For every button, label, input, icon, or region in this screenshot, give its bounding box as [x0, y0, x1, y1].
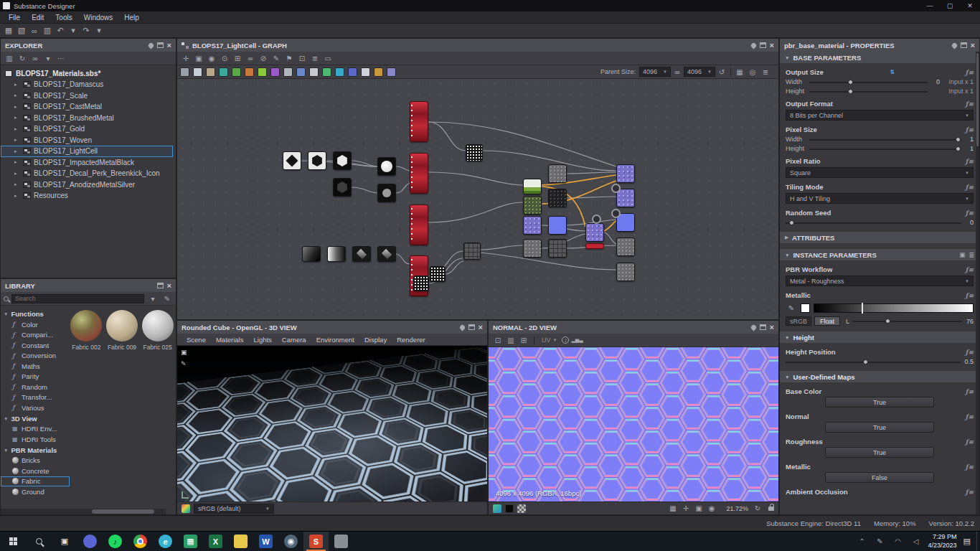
- graph-node-speckle[interactable]: [466, 144, 483, 161]
- substance-designer-icon[interactable]: S: [303, 532, 329, 551]
- library-item[interactable]: Concrete: [1, 466, 70, 476]
- frame-select-icon[interactable]: ▭: [322, 53, 334, 64]
- graph-node-shape-hex-white[interactable]: [333, 151, 352, 170]
- chevron-right-icon[interactable]: ▸: [14, 182, 20, 187]
- save-icon[interactable]: ▥: [42, 25, 53, 36]
- minimize-button[interactable]: —: [920, 0, 940, 11]
- atomic-node-icon-10[interactable]: [296, 67, 306, 77]
- checker-icon[interactable]: [517, 504, 526, 513]
- color-swatch[interactable]: [801, 303, 810, 313]
- function-icon[interactable]: ƒ≡: [966, 266, 974, 273]
- word-icon[interactable]: W: [253, 532, 278, 551]
- section-base-parameters[interactable]: ▼ BASE PARAMETERS: [780, 52, 979, 63]
- atomic-node-icon-16[interactable]: [374, 67, 383, 77]
- view3d-menu-item[interactable]: Environment: [311, 334, 359, 345]
- menu-item[interactable]: File: [3, 11, 26, 23]
- function-icon[interactable]: ƒ≡: [966, 413, 974, 420]
- reset-size-icon[interactable]: ↺: [716, 67, 727, 77]
- function-icon[interactable]: ƒ≡: [966, 489, 974, 496]
- vertical-scrollbar[interactable]: [976, 52, 979, 514]
- graph-node-speckle[interactable]: [430, 266, 446, 282]
- output-size-width-value[interactable]: 0: [931, 78, 940, 85]
- export-icon[interactable]: ⊡: [492, 335, 504, 346]
- graph-node-red[interactable]: [410, 101, 428, 142]
- graph-node-grad-diamond[interactable]: [352, 246, 371, 262]
- taskbar-search-button[interactable]: [26, 532, 52, 551]
- library-item[interactable]: Fabric: [1, 476, 70, 487]
- section-user-defined-maps[interactable]: ▼ User-Defined Maps: [780, 371, 979, 382]
- action-center-icon[interactable]: ▤: [963, 537, 971, 546]
- chevron-right-icon[interactable]: ▸: [14, 93, 20, 98]
- chevron-right-icon[interactable]: ▸: [14, 126, 20, 132]
- graph-node-green-tex[interactable]: [523, 196, 542, 215]
- chevron-right-icon[interactable]: ▸: [14, 137, 20, 143]
- close-panel-icon[interactable]: ×: [971, 42, 975, 50]
- package-row[interactable]: BLOPS17_Materials.sbs*: [1, 67, 176, 79]
- atomic-node-icon-2[interactable]: [193, 67, 202, 77]
- library-item[interactable]: ƒ Maths: [1, 361, 70, 372]
- excel-icon[interactable]: X: [203, 532, 228, 551]
- uv-dropdown[interactable]: UV▼: [539, 336, 560, 344]
- section-attributes[interactable]: ▶ ATTRIBUTES: [780, 232, 979, 243]
- view3d-menu-item[interactable]: Lights: [248, 334, 276, 345]
- float-icon[interactable]: [468, 324, 475, 330]
- frame-icon[interactable]: ▣: [193, 53, 204, 64]
- edge-icon[interactable]: e: [153, 532, 178, 551]
- map-toggle-button[interactable]: True: [825, 397, 934, 408]
- float-icon[interactable]: [760, 42, 766, 48]
- search-input[interactable]: [11, 294, 144, 303]
- pixel-size-width-slider[interactable]: [809, 136, 961, 143]
- explorer-item[interactable]: ▸ BLOPS17_LightCell: [1, 146, 173, 157]
- wire-connector-dot[interactable]: [592, 215, 601, 224]
- pin-icon[interactable]: [147, 42, 154, 49]
- explorer-item[interactable]: ▸ BLOPS17_BrushedMetal: [1, 113, 173, 124]
- function-icon[interactable]: ƒ≡: [966, 100, 974, 108]
- unlink-icon[interactable]: ⊘: [258, 53, 269, 64]
- library-item[interactable]: ƒ Color: [1, 319, 70, 330]
- atomic-node-icon-12[interactable]: [322, 67, 331, 77]
- graph-node-grad-wb[interactable]: [327, 246, 346, 262]
- graph-node-gray-tex[interactable]: [548, 164, 567, 183]
- parent-size-width-dropdown[interactable]: 4096▼: [639, 67, 671, 77]
- chevron-right-icon[interactable]: ▸: [14, 171, 20, 176]
- pixel-ratio-dropdown[interactable]: Square▼: [786, 167, 974, 178]
- background-icon[interactable]: [505, 504, 514, 513]
- chevron-right-icon[interactable]: ▸: [14, 149, 20, 154]
- flag-icon[interactable]: ⚑: [283, 53, 295, 64]
- link-icon[interactable]: ∞: [29, 53, 41, 64]
- explorer-item[interactable]: ▸ BLOPS17_Woven: [1, 135, 173, 146]
- grid-icon[interactable]: ▦: [734, 67, 745, 77]
- filter-icon[interactable]: ▾: [147, 293, 159, 304]
- graph-node-red-bar[interactable]: [585, 243, 604, 249]
- engine-icon[interactable]: ◎: [747, 67, 758, 77]
- output-size-width-slider[interactable]: [809, 79, 928, 85]
- chevron-right-icon[interactable]: ▸: [14, 115, 20, 121]
- redo-caret-icon[interactable]: ▾: [93, 25, 105, 36]
- atomic-node-icon-6[interactable]: [245, 67, 254, 77]
- map-toggle-button[interactable]: True: [825, 422, 934, 433]
- atomic-node-icon-17[interactable]: [387, 67, 396, 77]
- open-icon[interactable]: ▧: [16, 25, 27, 36]
- function-icon[interactable]: ƒ≡: [966, 184, 974, 191]
- function-icon[interactable]: ƒ≡: [966, 349, 974, 356]
- close-button[interactable]: ✕: [960, 0, 980, 11]
- library-item[interactable]: ƒ Constant: [1, 340, 70, 351]
- steam-icon[interactable]: ◉: [278, 532, 303, 551]
- section-instance-parameters[interactable]: ▼ INSTANCE PARAMETERS ▣≣: [780, 249, 979, 260]
- library-item[interactable]: ƒ Various: [1, 402, 70, 413]
- close-panel-icon[interactable]: ×: [167, 42, 171, 50]
- link-icon[interactable]: ∞: [245, 53, 256, 64]
- graph-node-shape-diamond[interactable]: [283, 151, 301, 170]
- atomic-node-icon-4[interactable]: [219, 67, 228, 77]
- graph-node-shape-hex-dark[interactable]: [333, 178, 352, 197]
- pen-icon[interactable]: ✎: [875, 536, 886, 547]
- graph-node-gray-tex[interactable]: [616, 237, 635, 256]
- graph-node-red[interactable]: [410, 204, 428, 245]
- material-thumbnail[interactable]: Fabric 002: [70, 310, 103, 351]
- graph-node-dark-tex[interactable]: [548, 189, 567, 207]
- save-icon[interactable]: ▥: [505, 335, 517, 346]
- graph-node-purple-tex[interactable]: [616, 164, 635, 183]
- axis-gizmo-icon[interactable]: [182, 491, 189, 499]
- grid-icon[interactable]: ▦: [667, 503, 679, 514]
- float-icon[interactable]: [961, 42, 967, 48]
